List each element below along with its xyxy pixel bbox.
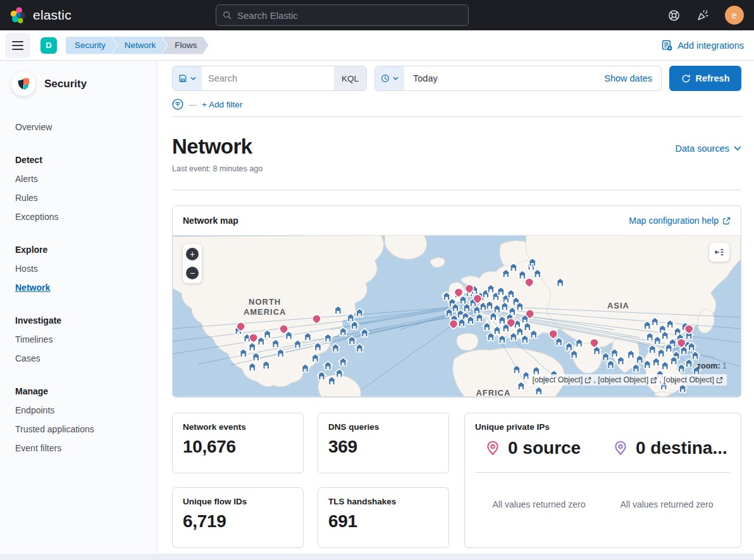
- elastic-brand[interactable]: elastic: [10, 7, 71, 23]
- sidebar-item[interactable]: Endpoints: [15, 401, 147, 420]
- map-region-label: AMERICA: [244, 307, 287, 317]
- breadcrumb-header: D Security Network Flows Add integration…: [0, 30, 754, 61]
- space-badge[interactable]: D: [40, 37, 57, 54]
- news-feed-icon[interactable]: [696, 9, 708, 21]
- stat-card-value: 691: [328, 511, 438, 532]
- network-map-panel: Network map Map configuration help: [172, 205, 741, 398]
- unique-ips-label: Unique private IPs: [475, 422, 731, 432]
- section-divider: [172, 190, 741, 190]
- chevron-down-icon: [393, 76, 399, 80]
- clock-icon: [381, 74, 390, 83]
- sidebar-item[interactable]: Timelines: [15, 330, 147, 349]
- main-content: KQL Today Show da: [158, 61, 754, 560]
- kql-search-input[interactable]: [202, 66, 334, 90]
- menu-toggle-button[interactable]: [5, 33, 30, 58]
- sidebar-item[interactable]: Alerts: [15, 169, 147, 188]
- security-sidebar: Security Overview Detect: [0, 61, 158, 560]
- chevron-down-icon: [190, 76, 196, 80]
- stat-card-value: 369: [328, 437, 438, 457]
- breadcrumb-item[interactable]: Flows: [162, 37, 208, 54]
- top-navigation-bar: elastic e: [0, 0, 754, 30]
- refresh-button[interactable]: Refresh: [669, 66, 741, 91]
- sidebar-section: Explore Hosts Network: [15, 240, 147, 297]
- breadcrumb: Security Network Flows: [66, 37, 209, 54]
- map-configuration-help-link[interactable]: Map configuration help: [629, 216, 731, 226]
- global-search-input[interactable]: [237, 10, 462, 21]
- map-panel-title: Network map: [183, 216, 238, 226]
- map-attribution-link[interactable]: [object Object]: [532, 375, 598, 384]
- sidebar-section: Investigate Timelines Cases: [15, 311, 147, 368]
- network-map-svg: NORTHAMERICAASIAAFRICA: [173, 235, 741, 397]
- sidebar-item[interactable]: Hosts: [15, 259, 147, 278]
- brand-text: elastic: [33, 8, 71, 23]
- map-attribution-link[interactable]: [object Object]: [664, 375, 723, 384]
- destination-zero-note: All values returned zero: [603, 499, 731, 509]
- sidebar-item[interactable]: Exceptions: [15, 207, 147, 226]
- stat-cards: Network events 10,676 DNS queries 369 Un…: [172, 413, 449, 548]
- sidebar-item[interactable]: Trusted applications: [15, 420, 147, 439]
- external-link-icon: [716, 377, 723, 384]
- filter-icon[interactable]: [172, 99, 183, 110]
- stat-card[interactable]: DNS queries 369: [318, 413, 449, 473]
- map-region-label: ASIA: [607, 301, 629, 310]
- last-event-text: Last event: 8 minutes ago: [172, 164, 741, 173]
- map-layers-button[interactable]: [709, 243, 729, 262]
- destination-ips-value: 0 destina...: [636, 438, 727, 458]
- card-divider: [475, 472, 731, 473]
- network-map[interactable]: NORTHAMERICAASIAAFRICA + − zoom: 1: [173, 235, 741, 397]
- source-zero-note: All values returned zero: [475, 499, 603, 509]
- source-pin-icon: [485, 441, 500, 456]
- add-filter-button[interactable]: + Add filter: [202, 100, 242, 109]
- elastic-logo-icon: [10, 7, 27, 23]
- stat-card-label: Network events: [183, 422, 293, 432]
- time-quick-menu[interactable]: [375, 66, 404, 90]
- stat-card[interactable]: Unique flow IDs 6,719: [172, 487, 304, 548]
- sidebar-item[interactable]: Network: [15, 278, 147, 297]
- refresh-label: Refresh: [696, 73, 730, 83]
- map-zoom-in-button[interactable]: +: [186, 248, 199, 260]
- security-app-icon: [11, 72, 35, 96]
- user-avatar[interactable]: e: [725, 6, 744, 25]
- add-integrations-button[interactable]: Add integrations: [662, 40, 744, 51]
- external-link-icon: [650, 377, 657, 384]
- kql-language-label[interactable]: KQL: [334, 66, 366, 90]
- map-region-label: AFRICA: [476, 388, 510, 397]
- sidebar-nav: Overview Detect Alerts Rules: [10, 118, 147, 458]
- global-search[interactable]: [216, 4, 469, 26]
- save-query-icon: [178, 74, 187, 83]
- stat-card[interactable]: TLS handshakes 691: [318, 487, 449, 548]
- query-bar: KQL Today Show da: [172, 66, 741, 117]
- sidebar-item[interactable]: Overview: [15, 118, 147, 137]
- show-dates-button[interactable]: Show dates: [604, 73, 661, 83]
- stat-card[interactable]: Network events 10,676: [172, 413, 304, 473]
- page-title: Network: [172, 135, 252, 159]
- data-sources-button[interactable]: Data sources: [676, 143, 741, 154]
- map-attribution-link[interactable]: [object Object]: [598, 375, 664, 384]
- map-zoom-controls: + −: [183, 244, 202, 283]
- sidebar-item[interactable]: Event filters: [15, 439, 147, 458]
- stat-card-label: TLS handshakes: [328, 497, 438, 506]
- filter-dash: —: [188, 100, 197, 109]
- stat-card-label: Unique flow IDs: [183, 497, 293, 506]
- stat-card-value: 10,676: [183, 437, 293, 457]
- saved-queries-menu[interactable]: [173, 66, 202, 90]
- map-help-label: Map configuration help: [629, 216, 719, 226]
- sidebar-section: Overview: [15, 118, 147, 137]
- bottom-strip: [0, 554, 754, 560]
- external-link-icon: [584, 377, 591, 384]
- date-range-value[interactable]: Today: [404, 73, 604, 83]
- breadcrumb-item[interactable]: Network: [112, 37, 168, 54]
- help-icon[interactable]: [668, 9, 680, 21]
- app-shell: elastic e: [0, 0, 754, 560]
- sidebar-item[interactable]: Rules: [15, 188, 147, 207]
- sidebar-item[interactable]: Cases: [15, 349, 147, 368]
- map-region-label: NORTH: [249, 297, 281, 307]
- sidebar-section-title: Manage: [15, 382, 147, 401]
- add-integrations-label: Add integrations: [677, 40, 744, 51]
- map-zoom-out-button[interactable]: −: [186, 267, 199, 279]
- unique-private-ips-card[interactable]: Unique private IPs 0 source: [464, 413, 741, 548]
- data-sources-label: Data sources: [676, 143, 729, 154]
- source-ips-value: 0 source: [508, 438, 581, 458]
- collapse-legend-icon: [714, 248, 724, 257]
- breadcrumb-item[interactable]: Security: [66, 37, 117, 54]
